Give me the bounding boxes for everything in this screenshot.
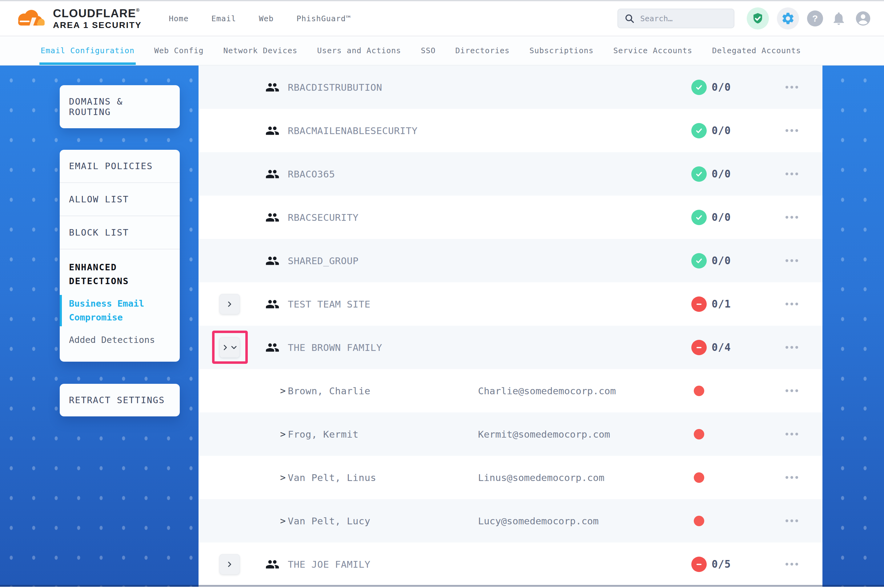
row-menu-button[interactable] — [782, 386, 801, 395]
status-cell: 0/0 — [625, 166, 761, 182]
row-menu-button[interactable] — [782, 170, 801, 178]
row-menu-button[interactable] — [782, 560, 801, 568]
tab-subscriptions[interactable]: Subscriptions — [529, 36, 594, 65]
sidebar-item-allow-list[interactable]: ALLOW LIST — [60, 183, 180, 216]
card-email-policies: EMAIL POLICIES ALLOW LIST BLOCK LIST ENH… — [60, 150, 180, 362]
status-cell — [625, 429, 761, 440]
tab-directories[interactable]: Directories — [455, 36, 510, 65]
shield-check-icon[interactable] — [747, 8, 769, 30]
icon-cell — [240, 124, 288, 138]
tab-email-configuration[interactable]: Email Configuration — [41, 36, 134, 65]
search-box[interactable] — [618, 9, 734, 28]
ellipsis-icon — [785, 303, 798, 305]
table-row-group: THE JOE FAMILY 0/5 — [198, 543, 822, 586]
sidebar-item-added-detections[interactable]: Added Detections — [60, 329, 180, 351]
row-menu-button[interactable] — [782, 256, 801, 265]
registered-mark: ® — [136, 8, 140, 13]
member-caret-icon[interactable]: > — [280, 386, 286, 396]
status-icon — [691, 80, 707, 95]
group-name: RBACSECURITY — [288, 212, 625, 223]
member-caret-icon[interactable]: > — [280, 515, 286, 526]
check-icon — [695, 126, 704, 135]
table-row-member: > Van Pelt, Linus Linus@somedemocorp.com — [198, 456, 822, 499]
member-name: Brown, Charlie — [288, 386, 478, 396]
tab-sso[interactable]: SSO — [421, 36, 436, 65]
group-list: RBACDISTRUBUTION 0/0 — [198, 66, 822, 587]
actions-cell — [761, 213, 822, 222]
status-cell — [625, 516, 761, 526]
sidebar-item-domains-routing[interactable]: DOMAINS & ROUTING — [60, 85, 180, 128]
row-menu-button[interactable] — [782, 213, 801, 222]
actions-cell — [761, 430, 822, 438]
group-name: THE JOE FAMILY — [288, 559, 625, 570]
actions-cell — [761, 170, 822, 178]
group-icon — [265, 80, 280, 94]
member-status-dot — [694, 472, 704, 483]
expander-cell — [198, 207, 240, 228]
status-icon — [691, 166, 707, 182]
nav-item-home[interactable]: Home — [169, 14, 189, 23]
member-caret-icon[interactable]: > — [280, 472, 286, 483]
status-icon — [691, 340, 707, 355]
row-menu-button[interactable] — [782, 473, 801, 482]
ellipsis-icon — [785, 346, 798, 349]
row-menu-button[interactable] — [782, 83, 801, 92]
member-email: Linus@somedemocorp.com — [478, 472, 625, 483]
bell-icon[interactable] — [831, 11, 846, 26]
actions-cell — [761, 386, 822, 395]
check-icon — [695, 213, 704, 222]
icon-cell: > — [240, 472, 288, 483]
member-caret-icon[interactable]: > — [280, 429, 286, 440]
member-count: 0/0 — [712, 255, 731, 267]
cloudflare-cloud-icon — [15, 8, 47, 28]
expand-toggle-button[interactable] — [219, 338, 240, 358]
sidebar-item-block-list[interactable]: BLOCK LIST — [60, 216, 180, 249]
member-count: 0/1 — [712, 298, 731, 310]
account-icon[interactable] — [854, 10, 872, 27]
tab-network-devices[interactable]: Network Devices — [224, 36, 298, 65]
icon-cell: > — [240, 515, 288, 526]
expander-cell — [198, 294, 240, 314]
expand-toggle-button[interactable] — [219, 554, 240, 574]
active-accent-bar — [60, 295, 62, 326]
status-icon — [691, 253, 707, 268]
tab-users-and-actions[interactable]: Users and Actions — [317, 36, 401, 65]
status-cell: 0/0 — [625, 210, 761, 225]
ellipsis-icon — [785, 433, 798, 435]
row-menu-button[interactable] — [782, 430, 801, 438]
table-row-group: RBACSECURITY 0/0 — [198, 196, 822, 239]
sidebar-item-business-email-compromise[interactable]: Business Email Compromise — [60, 292, 180, 329]
logo-subtitle: AREA 1 SECURITY — [53, 21, 142, 30]
row-menu-button[interactable] — [782, 126, 801, 135]
actions-cell — [761, 83, 822, 92]
cloudflare-logo[interactable]: CLOUDFLARE® AREA 1 SECURITY — [15, 8, 142, 30]
search-input[interactable] — [640, 14, 728, 23]
tab-delegated-accounts[interactable]: Delegated Accounts — [712, 36, 801, 65]
row-menu-button[interactable] — [782, 516, 801, 525]
tab-service-accounts[interactable]: Service Accounts — [613, 36, 693, 65]
gear-icon[interactable] — [777, 8, 799, 30]
status-cell: 0/5 — [625, 556, 761, 572]
nav-item-phishguard[interactable]: PhishGuard™ — [296, 14, 351, 23]
ellipsis-icon — [785, 519, 798, 522]
nav-item-email[interactable]: Email — [212, 14, 236, 23]
sidebar-item-enhanced-detections[interactable]: ENHANCED DETECTIONS — [60, 259, 180, 292]
expand-toggle-button[interactable] — [219, 294, 240, 314]
row-menu-button[interactable] — [782, 300, 801, 309]
actions-cell — [761, 256, 822, 265]
check-icon — [695, 83, 704, 92]
member-count: 0/0 — [712, 124, 731, 136]
tab-web-config[interactable]: Web Config — [154, 36, 204, 65]
sidebar-item-email-policies[interactable]: EMAIL POLICIES — [60, 150, 180, 182]
help-glyph: ? — [812, 13, 818, 24]
sidebar-item-retract-settings[interactable]: RETRACT SETTINGS — [60, 384, 180, 416]
group-icon — [265, 254, 280, 268]
status-cell: 0/0 — [625, 80, 761, 95]
sidebar-section-enhanced-detections: ENHANCED DETECTIONS Business Email Compr… — [60, 249, 180, 362]
help-icon[interactable]: ? — [807, 10, 823, 27]
row-menu-button[interactable] — [782, 343, 801, 352]
table-row-group: TEST TEAM SITE 0/1 — [198, 282, 822, 326]
nav-item-web[interactable]: Web — [259, 14, 274, 23]
ellipsis-icon — [785, 86, 798, 88]
member-count: 0/4 — [712, 341, 731, 353]
